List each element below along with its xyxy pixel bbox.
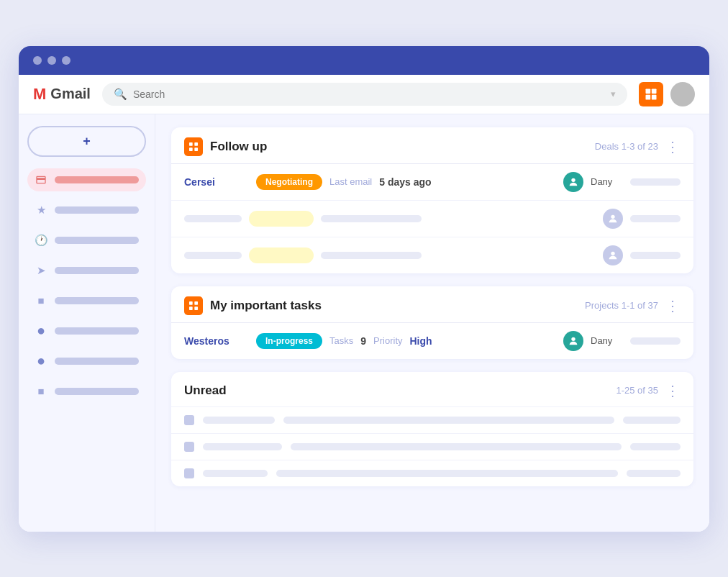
last-email-value: 5 days ago	[379, 176, 431, 188]
circle2-label	[55, 358, 139, 365]
placeholder-meta-2	[321, 215, 422, 222]
unread-menu-button[interactable]: ⋮	[665, 382, 681, 399]
tasks-menu-button[interactable]: ⋮	[665, 297, 681, 314]
follow-up-section: Follow up Deals 1-3 of 23 ⋮ Cersei Negot…	[171, 127, 693, 273]
search-input[interactable]	[133, 88, 605, 100]
unread-content-3	[276, 470, 618, 477]
snoozed-label	[55, 237, 139, 244]
sidebar-item-inbox[interactable]	[27, 168, 146, 191]
table-row[interactable]	[171, 237, 693, 273]
follow-up-menu-button[interactable]: ⋮	[665, 138, 681, 155]
circle1-icon: ●	[35, 324, 47, 337]
square2-label	[55, 388, 139, 395]
unread-checkbox-1[interactable]	[184, 415, 194, 425]
svg-rect-12	[194, 301, 198, 305]
sidebar-item-circle2[interactable]: ●	[27, 350, 146, 373]
tasks-crm-icon	[184, 296, 203, 315]
svg-rect-13	[189, 306, 193, 310]
sidebar: + ★ 🕐 ➤ ■	[19, 114, 155, 532]
table-row[interactable]: Westeros In-progress Tasks 9 Priority Hi…	[171, 323, 693, 359]
toolbar-right	[639, 82, 695, 106]
unread-checkbox-3[interactable]	[184, 468, 194, 478]
row-action-placeholder	[630, 178, 681, 186]
toolbar: M Gmail 🔍 ▾	[19, 75, 709, 114]
unread-meta: 1-25 of 35	[616, 385, 658, 396]
window-dot-3[interactable]	[62, 56, 70, 65]
main-area: + ★ 🕐 ➤ ■	[19, 114, 709, 532]
svg-rect-0	[646, 88, 651, 94]
important-tasks-meta: Projects 1-1 of 37	[585, 300, 658, 311]
unread-content-1	[283, 417, 614, 424]
placeholder-avatar-3	[603, 245, 623, 265]
important-tasks-header: My important tasks Projects 1-1 of 37 ⋮	[171, 286, 693, 323]
unread-time-2	[630, 443, 681, 450]
last-email-label: Last email	[329, 176, 372, 187]
unread-section: Unread 1-25 of 35 ⋮	[171, 372, 693, 486]
placeholder-badge-2	[249, 211, 314, 227]
user-avatar[interactable]	[670, 82, 695, 106]
search-icon: 🔍	[114, 88, 127, 101]
svg-rect-6	[189, 147, 193, 151]
placeholder-name-3	[184, 252, 242, 259]
unread-content-2	[291, 443, 622, 450]
follow-up-crm-icon	[184, 137, 203, 156]
table-row[interactable]	[171, 201, 693, 237]
unread-time-1	[623, 417, 681, 424]
gmail-m-icon: M	[33, 85, 46, 104]
row-person-name: Dany	[591, 176, 623, 187]
sidebar-item-starred[interactable]: ★	[27, 199, 146, 222]
drafts-label	[55, 297, 139, 304]
content-area: Follow up Deals 1-3 of 23 ⋮ Cersei Negot…	[155, 114, 709, 532]
search-dropdown-icon[interactable]: ▾	[611, 88, 616, 99]
placeholder-action-2	[630, 215, 681, 222]
sidebar-item-snoozed[interactable]: 🕐	[27, 229, 146, 252]
svg-rect-4	[189, 142, 193, 146]
priority-label: Priority	[373, 335, 402, 346]
svg-rect-14	[194, 306, 198, 310]
svg-rect-2	[646, 94, 651, 99]
starred-label	[55, 206, 139, 214]
unread-name-2	[203, 443, 282, 450]
row-avatar-dany-tasks	[563, 331, 583, 351]
svg-point-10	[611, 251, 614, 255]
unread-name-3	[203, 470, 268, 477]
drafts-icon: ■	[35, 294, 47, 307]
sent-label	[55, 267, 139, 274]
circle2-icon: ●	[35, 355, 47, 368]
follow-up-title: Follow up	[210, 140, 595, 154]
window-dot-1[interactable]	[33, 56, 42, 65]
table-row[interactable]: Cersei Negotiating Last email 5 days ago…	[171, 164, 693, 201]
badge-negotiating: Negotiating	[256, 174, 322, 190]
svg-rect-11	[189, 301, 193, 305]
crm-icon-button[interactable]	[639, 82, 663, 106]
compose-plus-icon: +	[83, 134, 91, 149]
window-dot-2[interactable]	[47, 56, 56, 65]
svg-rect-1	[652, 88, 657, 94]
unread-time-3	[627, 470, 681, 477]
unread-checkbox-2[interactable]	[184, 442, 194, 452]
square2-icon: ■	[35, 385, 47, 398]
title-bar	[19, 46, 709, 75]
unread-name-1	[203, 417, 275, 424]
sidebar-item-sent[interactable]: ➤	[27, 259, 146, 282]
important-tasks-section: My important tasks Projects 1-1 of 37 ⋮ …	[171, 286, 693, 359]
unread-row[interactable]	[171, 460, 693, 486]
placeholder-meta-3	[321, 252, 422, 259]
unread-row[interactable]	[171, 433, 693, 460]
sidebar-item-square2[interactable]: ■	[27, 380, 146, 403]
row-name-cersei: Cersei	[184, 176, 249, 188]
compose-button[interactable]: +	[27, 126, 146, 157]
search-bar[interactable]: 🔍 ▾	[102, 83, 627, 106]
svg-point-15	[571, 337, 575, 340]
unread-row[interactable]	[171, 406, 693, 433]
gmail-wordmark: Gmail	[50, 86, 91, 102]
row-avatar-dany	[563, 172, 583, 192]
placeholder-action-3	[630, 252, 681, 259]
sidebar-item-circle1[interactable]: ●	[27, 319, 146, 342]
sidebar-item-drafts[interactable]: ■	[27, 289, 146, 312]
placeholder-name-2	[184, 215, 242, 222]
unread-header: Unread 1-25 of 35 ⋮	[171, 372, 693, 406]
important-tasks-title: My important tasks	[210, 299, 585, 313]
svg-rect-7	[194, 147, 198, 151]
svg-point-8	[571, 178, 575, 181]
